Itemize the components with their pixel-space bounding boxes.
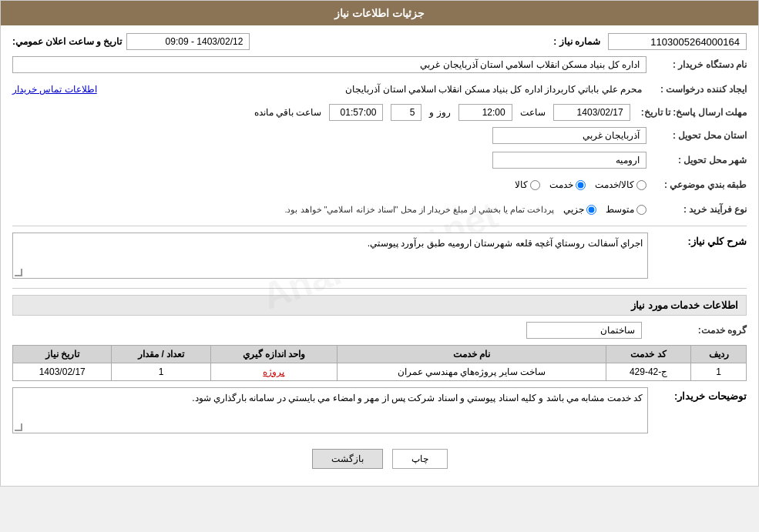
ostan-value: آذربايجان غربي — [492, 127, 646, 144]
tavzihat-section: توضيحات خريدار: کد خدمت مشابه مي باشد و … — [12, 387, 747, 433]
mohlat-row: مهلت ارسال پاسخ: تا تاريخ: 1403/02/17 سا… — [12, 104, 747, 121]
col-tarikh: تاريخ نياز — [13, 346, 112, 363]
radio-khadamat-label: خدمت — [549, 179, 573, 190]
cell-radif: 1 — [691, 363, 747, 381]
col-radif: رديف — [691, 346, 747, 363]
page-wrapper: جزئيات اطلاعات نياز AnaFinder.net 110300… — [0, 0, 759, 487]
sharh-resize-handle — [15, 269, 22, 276]
mohlat-baqi: 01:57:00 — [329, 104, 383, 121]
tavzihat-value: کد خدمت مشابه مي باشد و کليه اسناد پيوست… — [192, 393, 643, 403]
nam-dastgah-value: اداره کل بنياد مسکن انقلاب اسلامي استان … — [12, 56, 646, 73]
grouh-label: گروه خدمت: — [646, 325, 747, 336]
ejad-label: ايجاد کننده درخواست : — [646, 84, 747, 95]
tarikh-section: 1403/02/12 - 09:09 تاريخ و ساعت اعلان عم… — [12, 33, 250, 50]
radio-kala-label: کالا — [515, 179, 528, 190]
tavzihat-box: کد خدمت مشابه مي باشد و کليه اسناد پيوست… — [12, 387, 648, 433]
radio-khadamat-input[interactable] — [576, 180, 586, 190]
radio-khadamat: خدمت — [549, 179, 586, 190]
noe-farayand-row: نوع فرآيند خريد : متوسط جزيي پرداخت تمام… — [12, 199, 747, 219]
ostan-row: استان محل تحويل : آذربايجان غربي — [12, 125, 747, 146]
radio-motovaset-label: متوسط — [606, 204, 634, 215]
col-kod: کد خدمت — [606, 346, 691, 363]
tabaqe-label: طبقه بندي موضوعي : — [646, 179, 747, 190]
col-tedad: تعداد / مقدار — [112, 346, 210, 363]
grouh-row: گروه خدمت: ساختمان — [12, 322, 747, 339]
grouh-value: ساختمان — [526, 322, 642, 339]
cell-tedad: 1 — [112, 363, 210, 381]
content-area: AnaFinder.net 1103005264000164 شماره نيا… — [1, 25, 758, 486]
radio-jozii-label: جزيي — [563, 204, 584, 215]
khadamat-section-title: اطلاعات خدمات مورد نياز — [12, 295, 747, 316]
radio-kala-khadamat: کالا/خدمت — [595, 179, 646, 190]
noe-radio-group: متوسط جزيي — [563, 204, 646, 215]
mohlat-date: 1403/02/17 — [553, 104, 630, 121]
mohlat-label: مهلت ارسال پاسخ: تا تاريخ: — [635, 107, 747, 118]
radio-kala-khadamat-input[interactable] — [636, 180, 646, 190]
page-header: جزئيات اطلاعات نياز — [1, 1, 758, 25]
sharh-label: شرح کلي نياز: — [654, 233, 747, 247]
table-row: 1 ج-42-429 ساخت ساير پروژه‌هاي مهندسي عم… — [13, 363, 747, 381]
shahr-label: شهر محل تحويل : — [646, 155, 747, 166]
radio-motovaset-input[interactable] — [636, 205, 646, 215]
shomara-section: 1103005264000164 شماره نياز : — [553, 33, 747, 50]
btn-bazgasht[interactable]: بازگشت — [312, 449, 383, 469]
ejad-value: محرم علي باباتي کاربرداز اداره کل بنياد … — [103, 82, 646, 96]
col-vahed: واحد اندازه گيري — [210, 346, 337, 363]
services-table: رديف کد خدمت نام خدمت واحد اندازه گيري ت… — [12, 345, 747, 381]
sharh-box: اجراي آسفالت روستاي آغچه قلعه شهرستان ار… — [12, 233, 648, 279]
page-title: جزئيات اطلاعات نياز — [334, 7, 425, 19]
ostan-label: استان محل تحويل : — [646, 130, 747, 141]
radio-kala-khadamat-label: کالا/خدمت — [595, 179, 634, 190]
col-nam: نام خدمت — [338, 346, 606, 363]
tarikh-label: تاريخ و ساعت اعلان عمومي: — [12, 36, 122, 47]
noe-farayand-label: نوع فرآيند خريد : — [646, 204, 747, 215]
cell-nam: ساخت ساير پروژه‌هاي مهندسي عمران — [338, 363, 606, 381]
sharh-section: شرح کلي نياز: اجراي آسفالت روستاي آغچه ق… — [12, 233, 747, 282]
shahr-row: شهر محل تحويل : اروميه — [12, 150, 747, 170]
mohlat-baqi-label: ساعت باقي مانده — [254, 107, 322, 118]
top-info-row: 1103005264000164 شماره نياز : 1403/02/12… — [12, 33, 747, 50]
mohlat-roz: 5 — [391, 104, 421, 121]
tavzihat-label: توضيحات خريدار: — [654, 387, 747, 402]
mohlat-saat-label: ساعت — [520, 107, 546, 118]
noe-desc: پرداخت تمام يا بخشي از مبلغ خريدار از مح… — [284, 205, 554, 215]
radio-jozii-input[interactable] — [586, 205, 596, 215]
shahr-value: اروميه — [492, 152, 646, 169]
tabaqe-radio-group: کالا/خدمت خدمت کالا — [515, 179, 646, 190]
btn-chap[interactable]: چاپ — [392, 449, 448, 469]
tabaqe-row: طبقه بندي موضوعي : کالا/خدمت خدمت کالا — [12, 175, 747, 195]
tavzihat-resize-handle — [15, 423, 22, 431]
buttons-row: چاپ بازگشت — [12, 440, 747, 478]
radio-kala: کالا — [515, 179, 540, 190]
sharh-value: اجراي آسفالت روستاي آغچه قلعه شهرستان ار… — [368, 238, 643, 249]
nam-dastgah-row: نام دستگاه خريدار : اداره کل بنياد مسکن … — [12, 55, 747, 75]
mohlat-roz-label: روز و — [429, 107, 450, 118]
tarikh-value: 1403/02/12 - 09:09 — [126, 33, 250, 50]
shomara-value: 1103005264000164 — [608, 33, 747, 50]
radio-kala-input[interactable] — [530, 180, 540, 190]
cell-vahed[interactable]: پروژه — [210, 363, 337, 381]
etelaat-link[interactable]: اطلاعات تماس خريدار — [12, 84, 97, 95]
cell-kod: ج-42-429 — [606, 363, 691, 381]
ejad-row: ايجاد کننده درخواست : محرم علي باباتي کا… — [12, 79, 747, 99]
nam-dastgah-label: نام دستگاه خريدار : — [646, 59, 747, 70]
radio-motovaset: متوسط — [606, 204, 646, 215]
cell-tarikh: 1403/02/17 — [13, 363, 112, 381]
mohlat-saat: 12:00 — [458, 104, 512, 121]
radio-jozii: جزيي — [563, 204, 596, 215]
shomara-label: شماره نياز : — [553, 36, 600, 47]
